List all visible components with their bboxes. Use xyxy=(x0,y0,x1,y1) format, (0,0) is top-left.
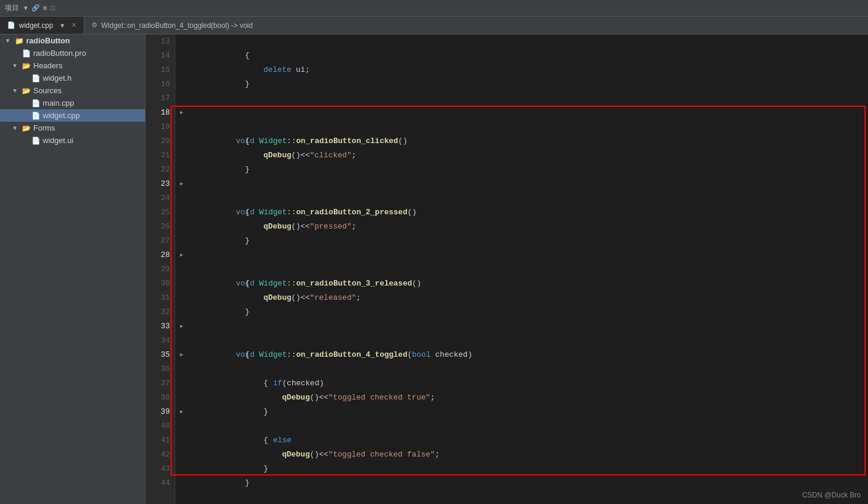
line-num-33: 33 xyxy=(150,319,170,334)
expand-icon[interactable]: □ xyxy=(50,5,55,12)
sidebar-item-main-cpp[interactable]: 📄 main.cpp xyxy=(0,97,145,109)
line-num-38: 38 xyxy=(150,391,170,405)
sidebar-item-widget-h[interactable]: 📄 widget.h xyxy=(0,72,145,84)
code-editor[interactable]: 13 14 15 16 17 18 19 20 21 22 23 24 25 2… xyxy=(146,34,868,504)
line-numbers: 13 14 15 16 17 18 19 20 21 22 23 24 25 2… xyxy=(146,34,175,504)
arrow-icon: ▼ xyxy=(5,37,12,44)
code-line-32 xyxy=(180,305,863,319)
code-line-44 xyxy=(180,476,863,490)
code-line-13: { xyxy=(180,34,863,49)
folder-icon: 📂 xyxy=(21,124,31,132)
line-num-31: 31 xyxy=(150,291,170,305)
function-icon: ⚙ xyxy=(91,21,97,29)
watermark: CSDN @Duck Bro xyxy=(802,491,861,499)
code-lines-container: { delete ui; } ▶ void Widget::o xyxy=(175,34,868,504)
sidebar-item-sources[interactable]: ▼ 📂 Sources xyxy=(0,84,145,97)
line-num-16: 16 xyxy=(150,77,170,91)
line-num-25: 25 xyxy=(150,205,170,220)
code-line-17 xyxy=(180,91,863,106)
file-icon: 📄 xyxy=(21,49,31,58)
code-line-22 xyxy=(180,163,863,177)
file-icon: 📄 xyxy=(31,112,40,120)
tab-bar: 📄 widget.cpp ▼ ✕ ⚙ Widget::on_radioButto… xyxy=(0,17,868,34)
line-num-13: 13 xyxy=(150,34,170,49)
sidebar-item-pro[interactable]: 📄 radioButton.pro xyxy=(0,47,145,59)
file-icon: 📄 xyxy=(31,137,40,145)
code-line-15: } xyxy=(180,63,863,77)
code-line-42: } xyxy=(180,448,863,462)
code-line-41: qDebug()<<"toggled checked false"; xyxy=(180,433,863,448)
line-num-29: 29 xyxy=(150,262,170,277)
line-num-14: 14 xyxy=(150,49,170,63)
code-line-23: ▶ void Widget::on_radioButton_2_pressed(… xyxy=(180,177,863,191)
line-num-22: 22 xyxy=(150,163,170,177)
code-line-31: } xyxy=(180,291,863,305)
link-icon[interactable]: 🔗 xyxy=(31,4,40,12)
line-num-34: 34 xyxy=(150,334,170,348)
sidebar-label-main-cpp: main.cpp xyxy=(43,99,140,107)
code-line-24: { xyxy=(180,191,863,205)
line-num-19: 19 xyxy=(150,120,170,134)
line-num-42: 42 xyxy=(150,448,170,462)
sidebar-item-project-root[interactable]: ▼ 📁 radioButton xyxy=(0,34,145,47)
line-num-41: 41 xyxy=(150,433,170,448)
line-num-28: 28 xyxy=(150,248,170,262)
title-bar: 项目 ▼ 🔗 ⊞ □ xyxy=(0,0,868,17)
code-line-38: } xyxy=(180,391,863,405)
sidebar-item-widget-cpp[interactable]: 📄 widget.cpp xyxy=(0,109,145,122)
code-content: 13 14 15 16 17 18 19 20 21 22 23 24 25 2… xyxy=(146,34,868,504)
tab-dropdown-icon[interactable]: ▼ xyxy=(56,22,68,29)
title-bar-icons: ▼ 🔗 ⊞ □ xyxy=(24,4,55,12)
code-line-29: { xyxy=(180,262,863,277)
line-num-23: 23 xyxy=(150,177,170,191)
code-line-21: } xyxy=(180,148,863,163)
folder-icon: 📁 xyxy=(14,37,24,45)
tab-widget-cpp[interactable]: 📄 widget.cpp ▼ ✕ xyxy=(0,17,84,34)
line-num-15: 15 xyxy=(150,63,170,77)
sidebar-label-widget-ui: widget.ui xyxy=(43,136,140,145)
sidebar-label-sources: Sources xyxy=(33,86,140,95)
line-num-40: 40 xyxy=(150,419,170,433)
sidebar-label-forms: Forms xyxy=(33,123,140,132)
code-line-28: ▶ void Widget::on_radioButton_3_released… xyxy=(180,248,863,262)
grid-icon[interactable]: ⊞ xyxy=(43,4,48,12)
code-line-36: { xyxy=(180,362,863,376)
code-line-19: { xyxy=(180,120,863,134)
folder-icon: 📂 xyxy=(21,87,31,95)
code-line-25: qDebug()<<"pressed"; xyxy=(180,205,863,220)
line-num-24: 24 xyxy=(150,191,170,205)
sidebar-item-widget-ui[interactable]: 📄 widget.ui xyxy=(0,134,145,147)
sidebar-item-headers[interactable]: ▼ 📂 Headers xyxy=(0,59,145,72)
code-line-39: ▶ else xyxy=(180,405,863,419)
sidebar-label-headers: Headers xyxy=(33,61,140,70)
code-line-30: qDebug()<<"released"; xyxy=(180,277,863,291)
line-num-20: 20 xyxy=(150,134,170,148)
line-num-43: 43 xyxy=(150,462,170,476)
line-num-26: 26 xyxy=(150,220,170,234)
tab-close-button[interactable]: ✕ xyxy=(71,21,77,29)
line-num-17: 17 xyxy=(150,91,170,106)
tab-icon: 📄 xyxy=(7,21,15,29)
code-line-26: } xyxy=(180,220,863,234)
filter-icon[interactable]: ▼ xyxy=(24,5,28,12)
sidebar-item-forms[interactable]: ▼ 📂 Forms xyxy=(0,122,145,134)
line-num-30: 30 xyxy=(150,277,170,291)
code-line-35: ▶ if(checked) xyxy=(180,348,863,362)
code-line-27 xyxy=(180,234,863,248)
line-num-37: 37 xyxy=(150,376,170,391)
code-line-34: { xyxy=(180,334,863,348)
main-layout: ▼ 📁 radioButton 📄 radioButton.pro ▼ 📂 He… xyxy=(0,34,868,504)
line-num-32: 32 xyxy=(150,305,170,319)
sidebar-label-widget-cpp: widget.cpp xyxy=(43,111,140,120)
file-icon: 📄 xyxy=(31,99,40,107)
code-line-40: { xyxy=(180,419,863,433)
arrow-icon: ▼ xyxy=(12,62,19,69)
line-num-21: 21 xyxy=(150,148,170,163)
line-num-36: 36 xyxy=(150,362,170,376)
folder-icon: 📂 xyxy=(21,62,31,70)
breadcrumb-text: Widget::on_radioButton_4_toggled(bool) -… xyxy=(101,21,252,30)
arrow-icon: ▼ xyxy=(12,87,19,94)
sidebar: ▼ 📁 radioButton 📄 radioButton.pro ▼ 📂 He… xyxy=(0,34,146,504)
line-num-44: 44 xyxy=(150,476,170,490)
tab-label: widget.cpp xyxy=(19,21,53,30)
